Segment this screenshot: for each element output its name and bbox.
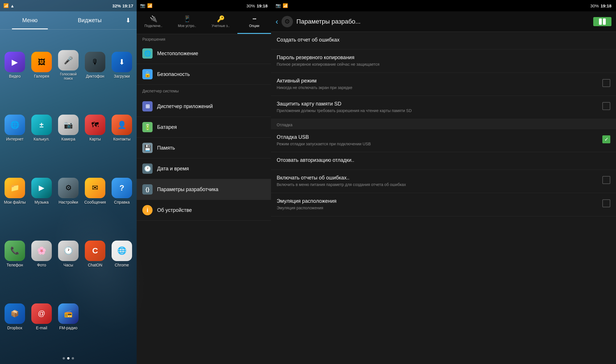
app-help[interactable]: ? Справка [110,161,134,221]
dropbox-label: Dropbox [7,326,22,330]
device-tab-icon: 📱 [183,15,191,23]
settings-item-security[interactable]: 🔒 Безопасность [137,64,271,85]
tab-download[interactable]: ⬇ [120,11,137,29]
protect-sd-checkbox[interactable] [602,102,610,110]
signal-icon: ▲ [10,3,15,8]
dev-item-active-mode[interactable]: Активный режим Никогда не отключать экра… [271,73,616,96]
app-photos[interactable]: 🌸 Фото [30,224,54,284]
dev-item-backup-text: Пароль резервного копирования Полное рез… [277,55,610,67]
connect-tab-label: Подключе.. [145,24,163,28]
clock-time: 19:17 [122,3,133,8]
app-video[interactable]: ▶ Видео [3,35,27,95]
dev-item-active-text: Активный режим Никогда не отключать экра… [277,78,598,91]
s2-screenshot-icon: 📷 [140,3,145,8]
app-downloads[interactable]: ⬇ Загрузки [110,35,134,95]
chrome-icon: 🌐 [112,241,132,261]
app-myfiles[interactable]: 📁 Мои файлы [3,161,27,221]
location-label: Местоположение [157,51,198,57]
myfiles-icon: 📁 [5,178,25,198]
tab-connect[interactable]: 🔌 Подключе.. [137,11,170,34]
app-gallery[interactable]: 🖼 Галерея [30,35,54,95]
gallery-label: Галерея [34,74,49,79]
about-label: Об устройстве [157,207,192,213]
app-internet[interactable]: 🌐 Интернет [3,98,27,158]
location-icon: 🌐 [142,48,153,59]
dev-item-protect-sd[interactable]: Защитить карту памяти SD Приложения долж… [271,96,616,119]
dev-item-bug-report[interactable]: Создать отчет об ошибках [271,32,616,49]
back-button[interactable]: ‹ [276,17,278,26]
app-phone[interactable]: 📞 Телефон [3,224,27,284]
chrome-label: Chrome [115,263,129,268]
tab-menu[interactable]: Меню [0,11,60,29]
dot-2[interactable] [67,357,69,359]
app-camera[interactable]: 📷 Камера [56,98,80,158]
debug-section-label: Отладка [277,123,292,127]
dev-item-mock-location[interactable]: Эмуляция расположения Эмуляция расположе… [271,193,616,216]
dev-title: Параметры разрабо... [296,18,590,25]
voice-icon: 🎤 [58,50,79,71]
app-calc[interactable]: ± Калькул. [30,98,54,158]
settings-status-bar: 📷 📶 30% 19:18 [137,0,271,11]
settings-item-appmgr[interactable]: ⊞ Диспетчер приложений [137,96,271,117]
dev-item-revoke-auth[interactable]: Отозвать авторизацию отладки.. [271,152,616,170]
dev-header: ‹ ⚙ Параметры разрабо... [271,11,616,32]
app-clock[interactable]: 🕐 Часы [56,224,80,284]
dev-item-backup-pwd[interactable]: Пароль резервного копирования Полное рез… [271,49,616,73]
app-music[interactable]: ▶ Музыка [30,161,54,221]
dev-item-revoke-text: Отозвать авторизацию отладки.. [277,157,610,164]
dev-item-bug-report-text: Создать отчет об ошибках [277,37,610,44]
memory-icon: 💾 [142,143,153,153]
app-maps[interactable]: 🗺 Карты [83,98,107,158]
maps-icon: 🗺 [85,115,105,135]
app-recorder[interactable]: 🎙 Диктофон [83,35,107,95]
s2-status-right: 30% 19:18 [247,3,268,8]
settings-item-battery[interactable]: 🔋 Батарея [137,117,271,138]
dev-item-usb-debug[interactable]: Отладка USB Режим отладки запускается пр… [271,129,616,152]
app-chaton[interactable]: C ChatON [83,224,107,284]
active-mode-checkbox[interactable] [602,79,610,87]
dev-toggle[interactable] [593,17,611,26]
settings-label: Настройки [59,200,78,205]
app-settings[interactable]: ⚙ Настройки [56,161,80,221]
protect-sd-subtitle: Приложения должны требовать разрешения н… [277,108,598,114]
app-contacts[interactable]: 👤 Контакты [110,98,134,158]
settings-top-tabs: 🔌 Подключе.. 📱 Мое устро.. 🔑 Учетные з..… [137,11,271,34]
dev-header-settings-icon: ⚙ [282,16,293,27]
video-icon: ▶ [5,52,25,72]
tab-widgets[interactable]: Виджеты [60,11,120,29]
dev-wifi-icon: 📶 [283,3,288,8]
tab-device[interactable]: 📱 Мое устро.. [170,11,204,34]
tab-accounts[interactable]: 🔑 Учетные з.. [204,11,237,34]
app-dropbox[interactable]: 📦 Dropbox [3,287,27,347]
mock-location-title: Эмуляция расположения [277,198,598,204]
settings-item-memory[interactable]: 💾 Память [137,138,271,158]
app-fm[interactable]: 📻 FM-радио [56,287,80,347]
calc-label: Калькул. [34,137,50,142]
email-icon: @ [31,303,52,324]
dot-3[interactable] [72,357,74,359]
settings-item-devopt[interactable]: {} Параметры разработчика [137,179,271,200]
active-mode-title: Активный режим [277,78,598,84]
phone-label: Телефон [7,263,23,268]
app-chrome[interactable]: 🌐 Chrome [110,224,134,284]
usb-debug-checkbox[interactable]: ✓ [602,135,610,143]
settings-item-location[interactable]: 🌐 Местоположение [137,43,271,64]
settings-item-datetime[interactable]: 🕐 Дата и время [137,158,271,179]
app-messages[interactable]: ✉ Сообщения [83,161,107,221]
dot-1[interactable] [63,357,65,359]
video-label: Видео [9,74,21,79]
mock-location-checkbox[interactable] [602,199,610,207]
settings-item-about[interactable]: i Об устройстве [137,200,271,221]
voice-label: Голосовой поиск [56,72,80,80]
app-email[interactable]: @ E-mail [30,287,54,347]
s2-wifi-icon: 📶 [147,3,153,8]
downloads-icon: ⬇ [112,52,132,72]
status-icons-right: 32% 19:17 [112,3,133,8]
music-label: Музыка [34,200,49,205]
app-voice[interactable]: 🎤 Голосовой поиск [56,35,80,95]
backup-pwd-subtitle: Полное резервное копирование сейчас не з… [277,62,610,67]
tab-options[interactable]: ··· Опции [237,11,271,34]
dev-item-error-reports[interactable]: Включать отчеты об ошибках.. Включить в … [271,170,616,193]
toggle-bar-1 [599,18,602,25]
error-reports-checkbox[interactable] [602,176,610,184]
